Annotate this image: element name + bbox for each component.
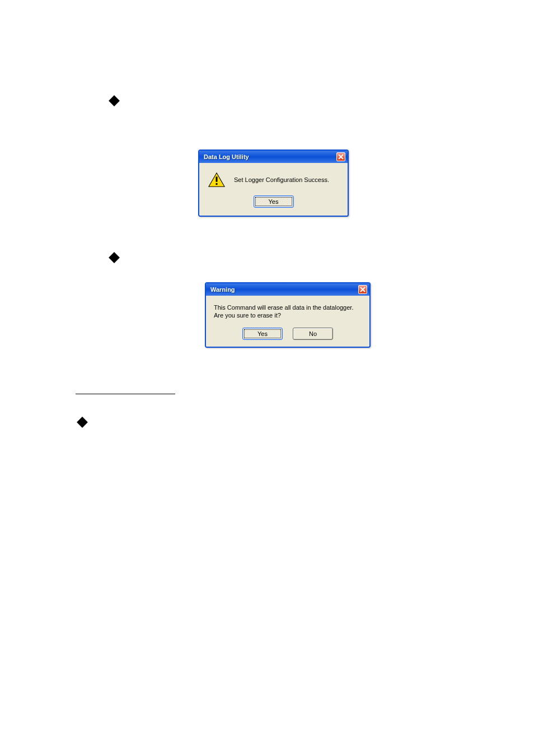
message-line1: This Command will erase all data in the …: [214, 304, 353, 311]
button-row: Yes No: [214, 328, 362, 340]
dialog-warning: Warning This Command will erase all data…: [205, 282, 371, 348]
button-label: Yes: [269, 198, 279, 205]
message-row: Set Logger Configuration Success.: [208, 172, 339, 188]
dialog-message: Set Logger Configuration Success.: [234, 176, 329, 184]
button-label: Yes: [257, 330, 268, 337]
titlebar: Data Log Utility: [199, 151, 348, 163]
svg-rect-3: [216, 176, 218, 181]
warning-icon: [208, 172, 225, 188]
yes-button[interactable]: Yes: [254, 195, 294, 208]
dialog-body: This Command will erase all data in the …: [206, 296, 369, 347]
yes-button[interactable]: Yes: [242, 328, 283, 340]
bullet-icon: [109, 252, 120, 263]
dialog-data-log-utility: Data Log Utility Set Logger Configuratio…: [198, 150, 349, 217]
bullet-icon: [109, 95, 120, 106]
close-icon: [338, 154, 344, 160]
bullet-icon: [77, 417, 88, 428]
dialog-message: This Command will erase all data in the …: [214, 304, 362, 320]
message-line2: Are you sure to erase it?: [214, 312, 281, 319]
close-icon: [360, 287, 366, 292]
button-label: No: [309, 330, 317, 337]
svg-rect-4: [216, 183, 218, 185]
titlebar: Warning: [206, 283, 369, 296]
close-button[interactable]: [358, 285, 367, 294]
button-row: Yes: [208, 195, 339, 208]
dialog-title: Data Log Utility: [204, 153, 249, 160]
dialog-body: Set Logger Configuration Success. Yes: [199, 163, 348, 216]
close-button[interactable]: [336, 152, 345, 161]
no-button[interactable]: No: [293, 328, 333, 340]
dialog-title: Warning: [210, 286, 235, 293]
underline-separator: [76, 394, 175, 394]
